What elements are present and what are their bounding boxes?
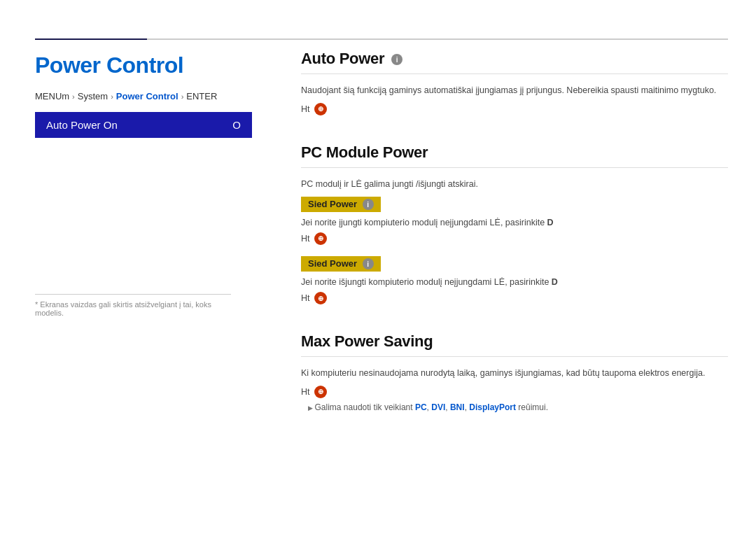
section-pc-module-power: PC Module Power PC modulį ir LĖ galima j… bbox=[301, 132, 728, 304]
max-power-saving-divider bbox=[301, 356, 728, 357]
sub-section-sied-power-1: Sied Power i Jei norite įjungti kompiute… bbox=[301, 197, 728, 245]
breadcrumb: MENUm › System › Power Control › ENTER bbox=[35, 91, 217, 101]
auto-power-status-icon: ⊕ bbox=[314, 103, 327, 115]
pc-module-power-divider bbox=[301, 167, 728, 168]
max-power-saving-status-label: Ht bbox=[301, 387, 310, 397]
pc-module-power-desc: PC modulį ir LĖ galima jungti /išjungti … bbox=[301, 178, 728, 191]
breadcrumb-system[interactable]: System bbox=[78, 91, 108, 101]
auto-power-on-item[interactable]: Auto Power On O bbox=[35, 112, 252, 138]
pc-module-power-title: PC Module Power bbox=[301, 143, 728, 162]
sied-power-1-label: Sied Power i bbox=[301, 197, 381, 213]
note-dvi: DVI bbox=[431, 402, 445, 412]
sied-power-2-bold: D bbox=[552, 277, 558, 287]
sied-power-2-desc: Jei norite išjungti kompiuterio modulį n… bbox=[301, 276, 728, 289]
sied-power-1-status-row: Ht ⊕ bbox=[301, 232, 728, 245]
auto-power-on-label: Auto Power On bbox=[46, 119, 118, 131]
max-power-saving-desc: Ki kompiuteriu nesinaudojama nurodytą la… bbox=[301, 367, 728, 380]
sied-power-1-status-icon: ⊕ bbox=[314, 232, 327, 245]
sub-section-sied-power-2: Sied Power i Jei norite išjungti kompiut… bbox=[301, 256, 728, 304]
footnote: * Ekranas vaizdas gali skirtis atsižvelg… bbox=[35, 294, 231, 317]
max-power-saving-title: Max Power Saving bbox=[301, 332, 728, 351]
left-panel: Auto Power On O bbox=[35, 112, 252, 138]
auto-power-desc: Naudojant šią funkciją gaminys automatiš… bbox=[301, 84, 728, 97]
sied-power-2-status-label: Ht bbox=[301, 293, 310, 303]
auto-power-info-icon[interactable]: i bbox=[391, 54, 402, 65]
page-title: Power Control bbox=[35, 52, 183, 78]
max-power-saving-status-row: Ht ⊕ bbox=[301, 386, 728, 398]
section-max-power-saving: Max Power Saving Ki kompiuteriu nesinaud… bbox=[301, 321, 728, 412]
auto-power-status-label: Ht bbox=[301, 104, 310, 114]
section-auto-power: Auto Power i Naudojant šią funkciją gami… bbox=[301, 38, 728, 115]
right-panel: Auto Power i Naudojant šią funkciją gami… bbox=[301, 38, 728, 429]
sied-power-1-bold: D bbox=[547, 218, 554, 227]
sied-power-2-info-icon[interactable]: i bbox=[363, 258, 374, 269]
sied-power-2-status-icon: ⊕ bbox=[314, 292, 327, 304]
sied-power-1-info-icon[interactable]: i bbox=[363, 199, 374, 210]
sied-power-2-status-row: Ht ⊕ bbox=[301, 292, 728, 304]
sied-power-1-desc: Jei norite įjungti kompiuterio modulį ne… bbox=[301, 216, 728, 230]
auto-power-on-value: O bbox=[232, 119, 241, 131]
max-power-saving-note: Galima naudoti tik veikiant PC, DVI, BNI… bbox=[301, 402, 728, 412]
max-power-saving-status-icon: ⊕ bbox=[314, 386, 327, 398]
top-bar-accent bbox=[35, 38, 147, 40]
note-pc: PC bbox=[415, 402, 427, 412]
note-bni: BNI bbox=[450, 402, 465, 412]
sied-power-1-status-label: Ht bbox=[301, 234, 310, 244]
breadcrumb-menu[interactable]: MENUm bbox=[35, 91, 69, 101]
sied-power-2-label: Sied Power i bbox=[301, 256, 381, 272]
auto-power-status-row: Ht ⊕ bbox=[301, 103, 728, 115]
breadcrumb-power-control[interactable]: Power Control bbox=[116, 91, 178, 101]
note-displayport: DisplayPort bbox=[469, 402, 516, 412]
auto-power-title: Auto Power i bbox=[301, 50, 728, 68]
breadcrumb-enter[interactable]: ENTER bbox=[186, 91, 217, 101]
auto-power-divider bbox=[301, 73, 728, 74]
